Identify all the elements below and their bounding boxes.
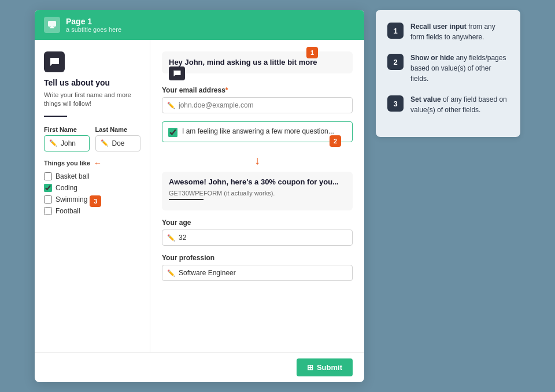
info-text-3-bold: Set value	[410, 95, 441, 103]
badge-2: 2	[330, 135, 341, 147]
email-input-wrapper[interactable]: ✏️	[162, 97, 353, 113]
coupon-box: Awesome! John, here's a 30% coupon for y…	[162, 172, 353, 210]
last-name-input-wrapper[interactable]: ✏️	[95, 135, 141, 151]
badge-1: 1	[306, 47, 318, 58]
arrow-left-icon: ←	[94, 158, 102, 168]
checkbox-football[interactable]: Football	[44, 207, 140, 215]
age-section: Your age ✏️	[162, 219, 353, 246]
submit-label: Submit	[317, 363, 342, 372]
page-title: Page 1	[66, 17, 121, 26]
checkbox-basketball[interactable]: Basket ball	[44, 172, 140, 180]
required-star: *	[225, 86, 228, 94]
first-name-input[interactable]	[61, 139, 84, 147]
last-name-label: Last Name	[95, 126, 141, 133]
checkbox-coding-label: Coding	[56, 184, 77, 192]
email-label: Your email address*	[162, 86, 353, 94]
left-panel: Tell us about you Write your first name …	[35, 40, 150, 352]
checkbox-football-input[interactable]	[44, 207, 52, 215]
left-panel-divider	[44, 116, 67, 117]
coupon-divider	[169, 199, 204, 200]
info-item-1: 1 Recall user input from any form fields…	[387, 21, 509, 42]
checkbox-basketball-input[interactable]	[44, 172, 52, 180]
info-badge-3: 3	[387, 95, 404, 112]
info-text-2: Show or hide any fields/pages based on v…	[410, 53, 509, 84]
submit-icon: ⊞	[307, 363, 313, 372]
svg-rect-2	[51, 27, 53, 28]
form-body: Tell us about you Write your first name …	[35, 40, 364, 352]
info-badge-1: 1	[387, 23, 404, 39]
profession-label: Your profession	[162, 254, 353, 262]
coupon-code: GET30WPEFORM (it actually works).	[169, 190, 346, 197]
info-text-3: Set value of any field based on value(s)…	[410, 94, 509, 115]
age-label: Your age	[162, 219, 353, 227]
checkbox-coding[interactable]: Coding	[44, 184, 140, 192]
info-text-1: Recall user input from any form fields t…	[410, 21, 509, 42]
checkbox-coding-input[interactable]	[44, 184, 52, 192]
things-label: Things you like ←	[44, 158, 140, 168]
first-name-field: First Name ✏️	[44, 126, 90, 151]
pencil-icon-email: ✏️	[167, 102, 175, 109]
feeling-checkbox-input[interactable]	[168, 128, 177, 137]
pencil-icon-profession: ✏️	[167, 269, 175, 277]
email-input[interactable]	[179, 101, 347, 109]
coupon-title: Awesome! John, here's a 30% coupon for y…	[169, 177, 346, 186]
last-name-input[interactable]	[112, 139, 136, 147]
email-section: Your email address* ✏️	[162, 86, 353, 113]
swimming-row: Swimming 3	[44, 195, 140, 207]
info-text-1-bold: Recall user input	[410, 23, 467, 31]
svg-rect-0	[48, 21, 56, 27]
submit-button[interactable]: ⊞ Submit	[297, 358, 353, 376]
left-panel-desc: Write your first name and more things wi…	[44, 91, 140, 109]
age-input[interactable]	[179, 234, 347, 242]
submit-area: ⊞ Submit	[35, 352, 364, 382]
first-name-label: First Name	[44, 126, 90, 133]
age-input-wrapper[interactable]: ✏️	[162, 230, 353, 246]
form-header-icon	[44, 17, 60, 33]
bubble-icon-right	[169, 66, 185, 80]
checkbox-basketball-label: Basket ball	[56, 172, 90, 180]
greeting-text: Hey John, mind asking us a little bit mo…	[169, 57, 346, 68]
left-panel-title: Tell us about you	[44, 78, 140, 87]
info-item-3: 3 Set value of any field based on value(…	[387, 94, 509, 115]
arrow-down-indicator: ↓	[162, 154, 353, 167]
greeting-box: Hey John, mind asking us a little bit mo…	[162, 51, 353, 73]
profession-input-wrapper[interactable]: ✏️	[162, 265, 353, 281]
right-panel: Hey John, mind asking us a little bit mo…	[150, 40, 364, 352]
greeting-section: Hey John, mind asking us a little bit mo…	[162, 51, 353, 73]
feeling-checkbox-section[interactable]: I am feeling like answering a few more q…	[162, 121, 353, 142]
info-text-2-bold: Show or hide	[410, 54, 454, 62]
page-subtitle: a subtitle goes here	[66, 26, 121, 33]
checkbox-section-wrapper: I am feeling like answering a few more q…	[162, 121, 353, 142]
checkbox-swimming-input[interactable]	[44, 195, 52, 204]
pencil-icon-age: ✏️	[167, 234, 175, 242]
info-badge-2: 2	[387, 54, 404, 70]
info-panel: 1 Recall user input from any form fields…	[376, 10, 520, 137]
checkbox-swimming[interactable]: Swimming	[44, 195, 87, 204]
feeling-checkbox-text: I am feeling like answering a few more q…	[182, 127, 334, 136]
profession-input[interactable]	[179, 269, 347, 277]
form-header: Page 1 a subtitle goes here	[35, 10, 364, 40]
pencil-icon-first: ✏️	[49, 139, 57, 147]
info-item-2: 2 Show or hide any fields/pages based on…	[387, 53, 509, 84]
checkbox-swimming-label: Swimming	[56, 195, 87, 204]
badge-3: 3	[90, 195, 101, 207]
checkbox-football-label: Football	[56, 207, 80, 215]
name-fields-group: First Name ✏️ Last Name ✏️	[44, 126, 140, 151]
form-card: Page 1 a subtitle goes here Tell us abou…	[35, 10, 364, 382]
first-name-input-wrapper[interactable]: ✏️	[44, 135, 90, 151]
form-header-text: Page 1 a subtitle goes here	[66, 17, 121, 33]
profession-section: Your profession ✏️	[162, 254, 353, 281]
pencil-icon-last: ✏️	[101, 139, 109, 147]
chat-bubble-icon	[44, 51, 65, 72]
last-name-field: Last Name ✏️	[95, 126, 141, 151]
